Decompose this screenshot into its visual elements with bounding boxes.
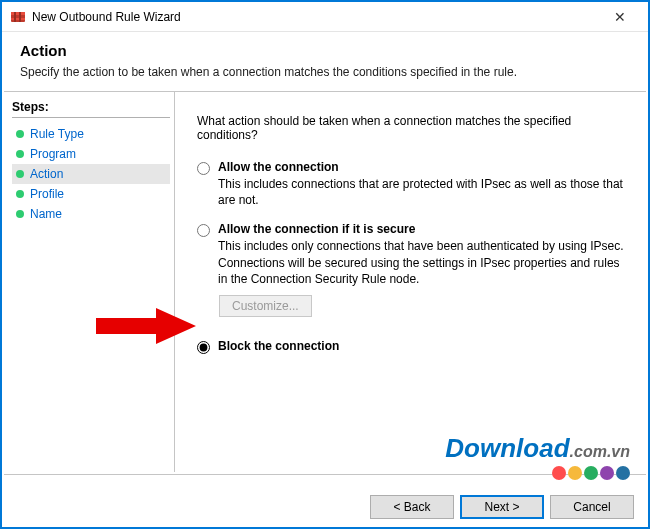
steps-sidebar: Steps: Rule Type Program Action Profile … [2, 92, 174, 472]
step-label: Profile [30, 187, 64, 201]
option-allow-desc: This includes connections that are prote… [218, 176, 628, 208]
option-allow-secure-label: Allow the connection if it is secure [218, 222, 628, 236]
window-title: New Outbound Rule Wizard [32, 10, 600, 24]
close-button[interactable]: ✕ [600, 9, 640, 25]
option-allow-label: Allow the connection [218, 160, 628, 174]
svg-rect-2 [11, 18, 25, 20]
cancel-button[interactable]: Cancel [550, 495, 634, 519]
wizard-body: Steps: Rule Type Program Action Profile … [2, 92, 648, 472]
step-label: Name [30, 207, 62, 221]
step-label: Action [30, 167, 63, 181]
step-label: Program [30, 147, 76, 161]
option-block[interactable]: Block the connection [197, 339, 628, 355]
step-action[interactable]: Action [12, 164, 170, 184]
wizard-main: What action should be taken when a conne… [175, 92, 648, 472]
radio-block[interactable] [197, 341, 210, 354]
bullet-icon [16, 210, 24, 218]
option-allow-secure-desc: This includes only connections that have… [218, 238, 628, 287]
wizard-footer: < Back Next > Cancel [370, 495, 634, 519]
step-label: Rule Type [30, 127, 84, 141]
step-name[interactable]: Name [12, 204, 170, 224]
option-allow-secure[interactable]: Allow the connection if it is secure Thi… [197, 222, 628, 287]
next-button[interactable]: Next > [460, 495, 544, 519]
svg-rect-4 [19, 12, 21, 22]
page-title: Action [20, 42, 630, 59]
back-button[interactable]: < Back [370, 495, 454, 519]
radio-allow-secure[interactable] [197, 224, 210, 237]
svg-rect-3 [14, 12, 16, 22]
option-block-label: Block the connection [218, 339, 628, 353]
option-allow[interactable]: Allow the connection This includes conne… [197, 160, 628, 208]
bullet-icon [16, 130, 24, 138]
step-rule-type[interactable]: Rule Type [12, 124, 170, 144]
wizard-header: Action Specify the action to be taken wh… [2, 32, 648, 91]
firewall-icon [10, 9, 26, 25]
svg-rect-1 [11, 12, 25, 15]
steps-underline [12, 117, 170, 118]
bullet-icon [16, 190, 24, 198]
steps-heading: Steps: [12, 100, 170, 114]
step-profile[interactable]: Profile [12, 184, 170, 204]
action-prompt: What action should be taken when a conne… [197, 114, 628, 142]
bullet-icon [16, 170, 24, 178]
step-program[interactable]: Program [12, 144, 170, 164]
page-description: Specify the action to be taken when a co… [20, 65, 630, 79]
customize-button: Customize... [219, 295, 312, 317]
bullet-icon [16, 150, 24, 158]
radio-allow[interactable] [197, 162, 210, 175]
footer-divider [4, 474, 646, 475]
titlebar: New Outbound Rule Wizard ✕ [2, 2, 648, 32]
